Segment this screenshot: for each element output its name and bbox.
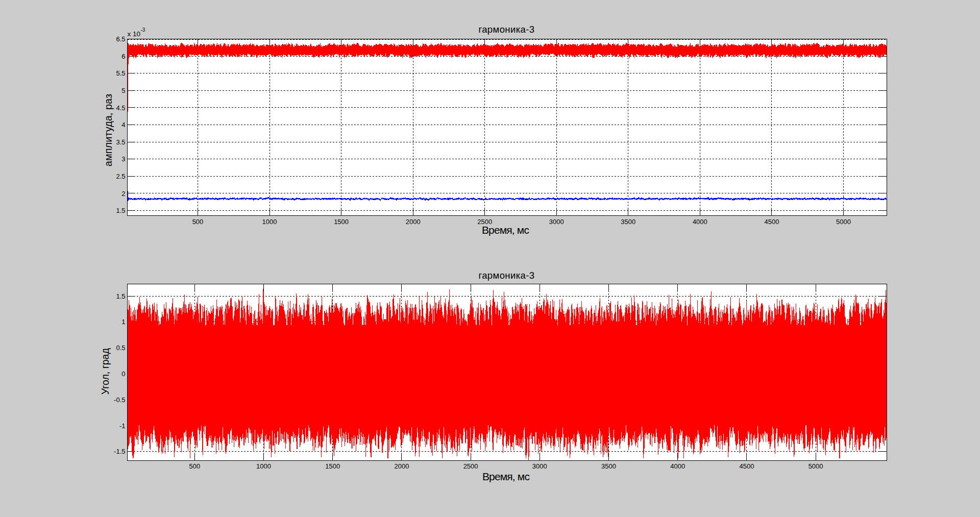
svg-text:2000: 2000 <box>406 218 421 226</box>
svg-text:6.5: 6.5 <box>116 35 125 43</box>
svg-text:1: 1 <box>121 318 125 326</box>
svg-text:4000: 4000 <box>693 218 707 226</box>
svg-text:1500: 1500 <box>334 218 349 226</box>
svg-text:1000: 1000 <box>256 462 271 470</box>
svg-text:500: 500 <box>192 218 204 226</box>
svg-text:5000: 5000 <box>836 218 851 226</box>
svg-text:5.5: 5.5 <box>116 69 125 77</box>
svg-text:5: 5 <box>121 87 125 94</box>
svg-text:500: 500 <box>189 462 200 470</box>
svg-text:3000: 3000 <box>532 462 547 470</box>
svg-text:-3: -3 <box>141 27 145 33</box>
svg-text:Время, мс: Время, мс <box>482 471 529 482</box>
svg-text:1.5: 1.5 <box>116 207 125 214</box>
svg-text:0.5: 0.5 <box>116 344 125 352</box>
svg-text:3: 3 <box>121 155 125 163</box>
svg-text:2: 2 <box>121 190 125 198</box>
svg-text:3500: 3500 <box>621 218 635 226</box>
svg-text:4: 4 <box>121 121 125 129</box>
svg-text:гармоника-3: гармоника-3 <box>478 270 534 281</box>
svg-text:1500: 1500 <box>325 462 340 470</box>
svg-text:гармоника-3: гармоника-3 <box>478 24 534 35</box>
svg-text:x 10: x 10 <box>128 30 141 38</box>
svg-text:Время, мс: Время, мс <box>482 224 529 236</box>
svg-text:1.5: 1.5 <box>116 292 125 300</box>
svg-text:2.5: 2.5 <box>116 173 125 180</box>
svg-text:3.5: 3.5 <box>116 138 125 146</box>
svg-text:-1.5: -1.5 <box>114 448 125 455</box>
svg-text:0: 0 <box>121 370 125 378</box>
svg-text:5000: 5000 <box>808 462 823 470</box>
svg-text:6: 6 <box>121 53 125 60</box>
svg-text:Угол, град: Угол, град <box>100 348 111 395</box>
svg-text:3000: 3000 <box>549 218 564 226</box>
svg-text:4500: 4500 <box>764 218 779 226</box>
svg-text:1000: 1000 <box>262 218 277 226</box>
svg-text:4500: 4500 <box>739 462 754 470</box>
svg-text:-0.5: -0.5 <box>114 396 125 404</box>
svg-text:-1: -1 <box>119 422 126 430</box>
svg-text:2500: 2500 <box>463 462 478 470</box>
svg-text:4.5: 4.5 <box>116 104 125 112</box>
svg-text:4000: 4000 <box>670 462 685 470</box>
svg-text:амплитуда, раз: амплитуда, раз <box>103 94 114 166</box>
svg-text:3500: 3500 <box>601 462 616 470</box>
svg-text:2000: 2000 <box>394 462 409 470</box>
